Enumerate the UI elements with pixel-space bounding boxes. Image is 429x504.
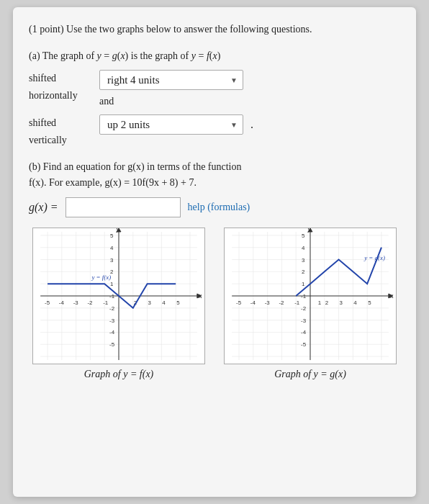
svg-text:5: 5 — [176, 299, 180, 305]
svg-text:3: 3 — [302, 256, 305, 263]
svg-text:5: 5 — [302, 232, 305, 238]
shifted-horizontally-label: shiftedhorizontally — [29, 70, 94, 104]
svg-text:1: 1 — [110, 281, 114, 287]
svg-text:2: 2 — [302, 269, 304, 275]
svg-text:-5: -5 — [45, 299, 50, 305]
part-b-label: (b) Find an equation for g(x) in terms o… — [29, 159, 400, 192]
fx-curve-label: y = f(x) — [91, 274, 111, 281]
svg-text:-1: -1 — [301, 293, 307, 300]
y-axis-label-fx: y — [116, 228, 119, 233]
gx-input[interactable] — [66, 197, 181, 217]
dropdown1-select[interactable]: right 4 units left 4 units right 2 units… — [99, 70, 243, 90]
svg-text:-5: -5 — [109, 341, 115, 348]
help-formulas-link[interactable]: help (formulas) — [188, 202, 250, 213]
gx-row: g(x) = help (formulas) — [29, 197, 400, 217]
x-axis-label-gx: x — [390, 292, 394, 300]
y-axis-label-gx: y — [307, 228, 311, 233]
svg-text:2: 2 — [325, 299, 328, 305]
and-row: and — [99, 93, 243, 110]
main-card: (1 point) Use the two graphs below to an… — [13, 7, 416, 497]
graph-fx-container: x y -5 -4 -3 -2 -1 2 3 4 5 -1 1 2 — [29, 228, 209, 380]
svg-text:4: 4 — [110, 244, 114, 251]
svg-text:3: 3 — [110, 256, 114, 263]
graph-gx-container: x y -5 -4 -3 -2 -1 1 2 3 4 5 -1 1 2 — [220, 228, 400, 380]
graph-fx-box: x y -5 -4 -3 -2 -1 2 3 4 5 -1 1 2 — [32, 228, 205, 364]
part-a-text: (a) The graph of y = g(x) is the graph o… — [29, 50, 220, 61]
svg-text:1: 1 — [318, 299, 322, 305]
dropdown2-row: up 2 units down 2 units up 4 units down … — [99, 114, 253, 135]
svg-text:-2: -2 — [301, 305, 306, 311]
svg-text:-3: -3 — [301, 317, 307, 323]
graph-gx-label: Graph of y = g(x) — [274, 369, 346, 380]
graphs-row: x y -5 -4 -3 -2 -1 2 3 4 5 -1 1 2 — [29, 228, 400, 380]
svg-text:-4: -4 — [301, 329, 307, 336]
dropdown2-select[interactable]: up 2 units down 2 units up 4 units down … — [99, 114, 243, 135]
svg-text:-1: -1 — [109, 293, 115, 300]
graph-gx-svg: x y -5 -4 -3 -2 -1 1 2 3 4 5 -1 1 2 — [225, 228, 396, 364]
shifted-labels: shiftedhorizontally — [29, 70, 94, 104]
svg-text:3: 3 — [148, 299, 152, 305]
graph-fx-svg: x y -5 -4 -3 -2 -1 2 3 4 5 -1 1 2 — [33, 228, 204, 364]
part-b-text-line2: f(x). For example, g(x) = 10f(9x + 8) + … — [29, 177, 197, 188]
gx-curve-label: y = g(x) — [363, 253, 385, 261]
svg-text:4: 4 — [302, 244, 305, 251]
part-a-vertical-row: shiftedvertically up 2 units down 2 unit… — [29, 114, 400, 149]
svg-text:-2: -2 — [279, 299, 284, 305]
part-a-label: (a) The graph of y = g(x) is the graph o… — [29, 48, 400, 64]
intro-text: (1 point) Use the two graphs below to an… — [29, 22, 400, 37]
svg-text:-5: -5 — [236, 299, 242, 305]
svg-text:-4: -4 — [109, 329, 115, 336]
svg-text:-1: -1 — [294, 299, 300, 305]
svg-text:-2: -2 — [109, 305, 114, 311]
svg-text:5: 5 — [368, 299, 371, 305]
svg-text:-4: -4 — [250, 299, 256, 305]
part-a-row: shiftedhorizontally right 4 units left 4… — [29, 70, 400, 110]
dropdown1-row: right 4 units left 4 units right 2 units… — [99, 70, 243, 90]
dropdown1-wrapper[interactable]: right 4 units left 4 units right 2 units… — [99, 70, 243, 90]
graph-gx-box: x y -5 -4 -3 -2 -1 1 2 3 4 5 -1 1 2 — [224, 228, 397, 364]
svg-text:-5: -5 — [301, 341, 307, 348]
svg-text:-3: -3 — [265, 299, 271, 305]
and-text: and — [99, 93, 114, 110]
shifted-vertically-label: shiftedvertically — [29, 114, 94, 149]
svg-text:-1: -1 — [103, 299, 109, 305]
dropdown-area: right 4 units left 4 units right 2 units… — [99, 70, 243, 110]
svg-text:-2: -2 — [87, 299, 92, 305]
svg-text:5: 5 — [110, 232, 114, 238]
svg-text:-4: -4 — [59, 299, 65, 305]
period: . — [250, 118, 253, 131]
svg-text:-3: -3 — [73, 299, 79, 305]
graph-fx-label: Graph of y = f(x) — [84, 369, 154, 380]
x-axis-label-fx: x — [199, 292, 202, 300]
dropdown2-wrapper[interactable]: up 2 units down 2 units up 4 units down … — [99, 114, 243, 135]
dropdown2-area: up 2 units down 2 units up 4 units down … — [99, 114, 253, 135]
svg-text:3: 3 — [340, 299, 343, 305]
svg-text:4: 4 — [162, 299, 166, 305]
svg-text:1: 1 — [302, 281, 305, 287]
part-b-text-line1: (b) Find an equation for g(x) in terms o… — [29, 161, 242, 172]
svg-text:-3: -3 — [109, 317, 115, 323]
gx-label: g(x) = — [29, 201, 58, 214]
svg-text:4: 4 — [353, 299, 357, 305]
